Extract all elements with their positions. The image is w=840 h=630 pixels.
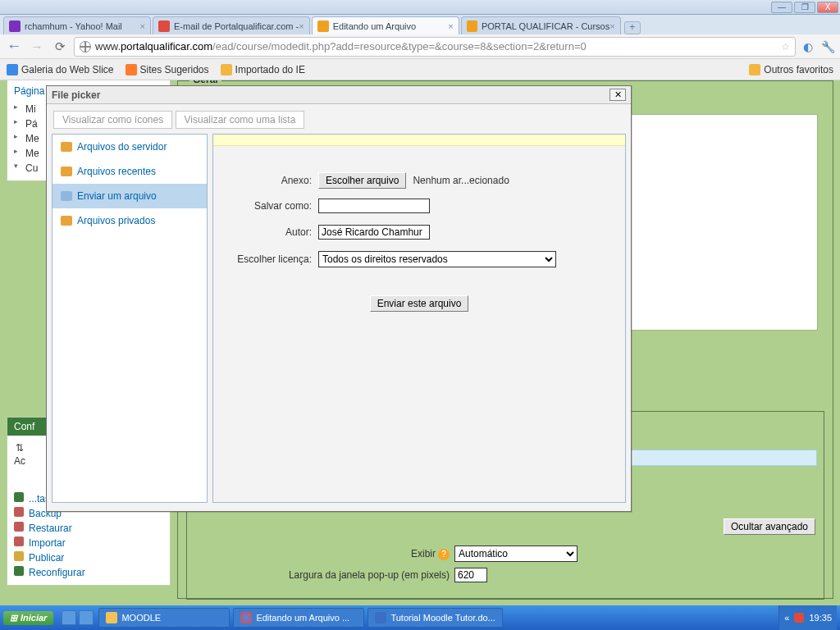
restore-icon	[14, 522, 24, 532]
taskbar-item-chrome[interactable]: Editando um Arquivo ...	[233, 608, 364, 628]
anexo-label: Anexo:	[213, 175, 312, 186]
tray-expand-icon[interactable]: «	[784, 613, 789, 623]
largura-input[interactable]	[454, 568, 487, 582]
license-label: Escolher licença:	[213, 253, 312, 265]
reset-icon	[14, 566, 24, 576]
upload-panel: Anexo: Escolher arquivo Nenhum ar...ecio…	[212, 134, 626, 503]
quick-launch	[62, 610, 94, 625]
saveas-input[interactable]	[318, 199, 430, 213]
browser-toolbar: ← → ⟳ www.portalqualificar.com/ead/cours…	[0, 34, 840, 59]
repo-private-files[interactable]: Arquivos privados	[52, 208, 207, 233]
new-tab-button[interactable]: +	[624, 21, 641, 34]
author-input[interactable]	[318, 225, 430, 240]
tab-close-icon[interactable]: ×	[140, 21, 145, 31]
window-titlebar: — ❐ X	[0, 0, 840, 15]
hide-advanced-button[interactable]: Ocultar avançado	[724, 518, 815, 535]
submit-file-button[interactable]: Enviar este arquivo	[370, 295, 469, 312]
bookmark-importado-ie[interactable]: Importado do IE	[221, 64, 305, 75]
lightbulb-icon	[126, 64, 137, 75]
bookmark-outros-favoritos[interactable]: Outros favoritos	[749, 64, 833, 75]
taskbar-item-word[interactable]: Tutorial Moodle Tutor.do...	[368, 608, 502, 628]
favicon-icon	[317, 21, 329, 32]
gear-icon	[14, 492, 24, 502]
window-maximize-button[interactable]: ❐	[794, 2, 815, 13]
start-button[interactable]: ⊞Iniciar	[3, 611, 53, 625]
no-file-text: Nenhum ar...ecionado	[413, 175, 509, 186]
exibir-label: Exibir?	[187, 548, 450, 560]
tab-gmail[interactable]: E-mail de Portalqualificar.com -×	[153, 16, 310, 34]
folder-icon	[61, 167, 72, 176]
repo-upload-file[interactable]: Enviar um arquivo	[52, 184, 207, 208]
largura-label: Largura da janela pop-up (em pixels)	[187, 569, 450, 581]
favicon-icon	[9, 21, 21, 32]
settings-reconfigurar[interactable]: Reconfigurar	[14, 565, 163, 580]
window-close-button[interactable]: X	[817, 2, 838, 13]
dialog-header[interactable]: File picker ✕	[47, 86, 631, 104]
bookmark-sites-sugeridos[interactable]: Sites Sugeridos	[126, 64, 209, 75]
tab-close-icon[interactable]: ×	[448, 21, 453, 31]
help-icon[interactable]: ?	[438, 549, 450, 560]
windows-taskbar: ⊞Iniciar MOODLE Editando um Arquivo ... …	[0, 605, 840, 630]
slice-icon	[7, 64, 18, 75]
browser-tabstrip: rchamhum - Yahoo! Mail× E-mail de Portal…	[0, 15, 840, 34]
repo-server-files[interactable]: Arquivos do servidor	[52, 135, 207, 159]
folder-icon	[61, 216, 72, 226]
windows-logo-icon: ⊞	[10, 613, 17, 623]
publish-icon	[14, 551, 24, 561]
tab-label: PORTAL QUALIFICAR - Cursos	[482, 21, 609, 31]
quick-launch-explorer[interactable]	[79, 610, 94, 625]
status-bar	[213, 135, 625, 146]
system-tray: « 19:35	[778, 605, 837, 630]
import-icon	[14, 536, 24, 546]
file-picker-dialog: File picker ✕ Visualizar como ícones Vis…	[46, 85, 632, 512]
taskbar-clock[interactable]: 19:35	[809, 613, 832, 623]
repository-list: Arquivos do servidor Arquivos recentes E…	[52, 134, 208, 503]
favicon-icon	[467, 21, 477, 32]
forward-button[interactable]: →	[28, 38, 46, 56]
view-icons-button[interactable]: Visualizar como ícones	[53, 111, 172, 129]
bookmark-star-icon[interactable]: ☆	[781, 41, 790, 52]
tray-icon[interactable]	[794, 613, 804, 623]
upload-icon	[61, 191, 72, 201]
backup-icon	[14, 507, 24, 517]
extension-icon[interactable]: ◐	[801, 40, 815, 53]
folder-icon	[61, 142, 72, 152]
view-list-button[interactable]: Visualizar como uma lista	[176, 111, 305, 129]
saveas-label: Salvar como:	[213, 200, 312, 212]
reload-button[interactable]: ⟳	[51, 38, 69, 56]
settings-restaurar[interactable]: Restaurar	[14, 521, 163, 536]
folder-icon	[749, 64, 760, 75]
quick-launch-ie[interactable]	[62, 610, 76, 625]
folder-icon	[221, 64, 232, 75]
bookmark-web-slice[interactable]: Galeria do Web Slice	[7, 64, 114, 75]
choose-file-button[interactable]: Escolher arquivo	[318, 172, 406, 189]
settings-publicar[interactable]: Publicar	[14, 550, 163, 565]
tab-editando[interactable]: Editando um Arquivo×	[312, 16, 459, 34]
bookmarks-bar: Galeria do Web Slice Sites Sugeridos Imp…	[0, 59, 840, 80]
tab-label: E-mail de Portalqualificar.com -	[174, 21, 299, 31]
url-text: www.portalqualificar.com/ead/course/mode…	[95, 40, 587, 52]
folder-icon	[106, 612, 117, 623]
wrench-icon[interactable]: 🔧	[820, 40, 835, 53]
favicon-icon	[158, 21, 170, 32]
globe-icon	[80, 41, 91, 52]
settings-importar[interactable]: Importar	[14, 536, 163, 550]
address-bar[interactable]: www.portalqualificar.com/ead/course/mode…	[74, 37, 796, 57]
window-minimize-button[interactable]: —	[771, 2, 792, 13]
dialog-title: File picker	[52, 89, 100, 101]
chrome-icon	[240, 612, 252, 623]
tab-close-icon[interactable]: ×	[609, 21, 614, 31]
tab-yahoo-mail[interactable]: rchamhum - Yahoo! Mail×	[3, 16, 151, 34]
author-label: Autor:	[213, 226, 312, 238]
word-icon	[375, 612, 386, 623]
tab-portal[interactable]: PORTAL QUALIFICAR - Cursos×	[461, 16, 621, 34]
tab-label: Editando um Arquivo	[333, 21, 417, 31]
license-select[interactable]: Todos os direitos reservados	[318, 251, 556, 267]
repo-recent-files[interactable]: Arquivos recentes	[52, 159, 207, 184]
exibir-select[interactable]: Automático	[454, 546, 578, 562]
dialog-close-button[interactable]: ✕	[609, 89, 626, 101]
view-mode-buttons: Visualizar como ícones Visualizar como u…	[53, 111, 626, 129]
taskbar-item-moodle[interactable]: MOODLE	[98, 608, 230, 628]
back-button[interactable]: ←	[5, 38, 23, 56]
tab-close-icon[interactable]: ×	[299, 21, 304, 31]
